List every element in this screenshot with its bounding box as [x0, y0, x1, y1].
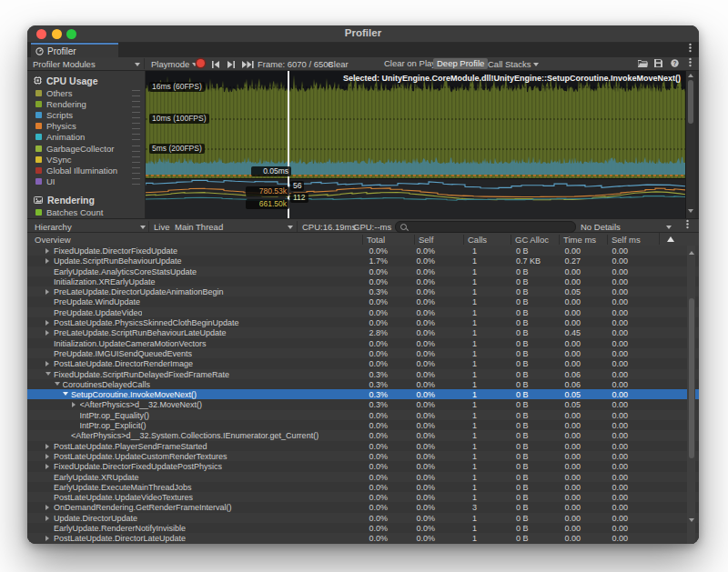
expand-arrow-icon[interactable]: [46, 320, 49, 326]
toolbar-kebab-menu-icon[interactable]: [689, 61, 692, 64]
table-row[interactable]: PreLateUpdate.ScriptRunBehaviourLateUpda…: [27, 327, 699, 337]
column-self[interactable]: Self: [414, 235, 464, 245]
profiler-modules-dropdown[interactable]: Profiler Modules: [33, 59, 96, 69]
record-button[interactable]: [197, 59, 205, 67]
rendering-chart[interactable]: [146, 178, 685, 218]
table-row[interactable]: CoroutinesDelayedCalls0.3%0.0%10 B0.060.…: [27, 379, 699, 389]
clear-on-play-toggle[interactable]: Clear on Play: [380, 58, 440, 69]
hierarchy-kebab-menu-icon[interactable]: [686, 223, 689, 226]
live-toggle[interactable]: Live: [154, 222, 169, 232]
table-row[interactable]: IntPtr.op_Explicit()0.0%0.0%10 B0.000.00: [27, 420, 699, 430]
table-row[interactable]: PostLateUpdate.DirectorLateUpdate0.0%0.0…: [27, 533, 699, 543]
chart-scrollbar[interactable]: [685, 71, 695, 218]
table-row[interactable]: <AfterPhysics>d__32.System.Collections.I…: [27, 430, 699, 440]
chevron-down-icon[interactable]: [135, 59, 140, 69]
table-row[interactable]: PostLateUpdate.PhysicsSkinnedClothBeginU…: [27, 317, 699, 327]
scroll-down-icon[interactable]: [688, 209, 693, 213]
table-row[interactable]: FixedUpdate.DirectorFixedUpdate0.0%0.0%1…: [27, 246, 699, 256]
table-row[interactable]: IntPtr.op_Equality()0.0%0.0%10 B0.000.00: [27, 410, 699, 420]
table-row[interactable]: PostLateUpdate.PlayerSendFrameStarted0.0…: [27, 441, 699, 451]
table-row[interactable]: Update.ScriptRunBehaviourUpdate1.7%0.0%1…: [27, 256, 699, 266]
legend-item-others[interactable]: Others: [27, 87, 145, 98]
table-row[interactable]: PostLateUpdate.UpdateVideoTextures0.0%0.…: [27, 492, 699, 502]
table-row[interactable]: PreLateUpdate.DirectorUpdateAnimationBeg…: [27, 286, 699, 296]
details-dropdown[interactable]: No Details: [581, 222, 621, 232]
clear-button[interactable]: Clear: [328, 59, 349, 69]
table-row[interactable]: PostLateUpdate.UpdateCustomRenderTexture…: [27, 451, 699, 461]
save-profile-icon[interactable]: [654, 59, 662, 69]
column-gc-alloc[interactable]: GC Alloc: [511, 235, 560, 245]
view-mode-dropdown[interactable]: Hierarchy: [35, 222, 72, 232]
drag-handle-icon[interactable]: [132, 156, 140, 163]
expand-arrow-icon[interactable]: [46, 248, 49, 254]
legend-item-garbagecollector[interactable]: GarbageCollector: [27, 143, 145, 154]
legend-item-physics[interactable]: Physics: [27, 121, 145, 132]
next-frame-button[interactable]: [227, 60, 236, 70]
table-row[interactable]: SetupCoroutine.InvokeMoveNext()0.3%0.0%1…: [27, 389, 699, 399]
module-header-cpu-usage[interactable]: CPU Usage: [27, 74, 145, 87]
drag-handle-icon[interactable]: [132, 134, 140, 140]
expand-arrow-icon[interactable]: [72, 402, 76, 407]
table-row[interactable]: Update.DirectorUpdate0.0%0.0%10 B0.000.0…: [27, 513, 699, 523]
previous-frame-button[interactable]: [211, 60, 220, 70]
drag-handle-icon[interactable]: [132, 101, 140, 107]
table-row[interactable]: PreUpdate.WindUpdate0.0%0.0%10 B0.000.00: [27, 296, 699, 306]
deep-profile-toggle[interactable]: Deep Profile: [433, 58, 488, 69]
chart-region[interactable]: Selected: UnityEngine.CoreModule.dll!Uni…: [146, 71, 699, 218]
table-row[interactable]: PreUpdate.IMGUISendQueuedEvents0.0%0.0%1…: [27, 348, 699, 358]
call-stacks-dropdown[interactable]: Call Stacks: [488, 59, 539, 69]
scroll-down-icon[interactable]: [689, 518, 694, 522]
expand-arrow-icon[interactable]: [46, 258, 49, 264]
expand-arrow-icon[interactable]: [46, 516, 49, 521]
expand-arrow-icon[interactable]: [46, 330, 49, 336]
thread-dropdown[interactable]: Main Thread: [175, 222, 223, 232]
table-scrollbar-thumb[interactable]: [689, 298, 694, 458]
help-icon[interactable]: ?: [671, 59, 679, 69]
expand-arrow-icon[interactable]: [46, 454, 49, 459]
tab-profiler[interactable]: Profiler: [31, 43, 118, 57]
column-self-ms[interactable]: Self ms: [607, 235, 660, 245]
drag-handle-icon[interactable]: [132, 146, 140, 152]
search-box[interactable]: [395, 221, 576, 233]
table-row[interactable]: PostLateUpdate.DirectorRenderImage0.0%0.…: [27, 358, 699, 368]
chevron-down-icon[interactable]: [288, 222, 293, 232]
table-row[interactable]: OnDemandRendering.GetRenderFrameInterval…: [27, 502, 699, 512]
collapse-arrow-icon[interactable]: [55, 382, 60, 386]
table-row[interactable]: EarlyUpdate.ExecuteMainThreadJobs0.0%0.0…: [27, 482, 699, 492]
table-row[interactable]: <AfterPhysics>d__32.MoveNext()0.3%0.0%10…: [27, 399, 699, 409]
column-total[interactable]: Total: [362, 235, 415, 245]
chevron-down-icon[interactable]: [140, 222, 146, 232]
module-header-rendering[interactable]: Rendering: [27, 194, 145, 207]
table-scrollbar[interactable]: [687, 246, 695, 544]
legend-item-batches-count[interactable]: Batches Count: [27, 207, 145, 218]
column-calls[interactable]: Calls: [463, 235, 511, 245]
legend-item-scripts[interactable]: Scripts: [27, 109, 145, 120]
tabstrip-kebab-menu-icon[interactable]: [689, 46, 692, 49]
legend-item-vsync[interactable]: VSync: [27, 154, 145, 165]
cpu-usage-chart[interactable]: [146, 71, 685, 178]
column-overview[interactable]: Overview: [27, 235, 71, 245]
column-time-ms[interactable]: Time ms: [559, 235, 608, 245]
drag-handle-icon[interactable]: [132, 90, 140, 96]
drag-handle-icon[interactable]: [132, 178, 140, 185]
legend-item-ui[interactable]: UI: [27, 176, 145, 187]
table-row[interactable]: EarlyUpdate.XRUpdate0.0%0.0%10 B0.000.00: [27, 472, 699, 482]
chart-scrollbar-thumb[interactable]: [688, 80, 693, 124]
drag-handle-icon[interactable]: [132, 112, 140, 118]
table-row[interactable]: PreUpdate.UpdateVideo0.0%0.0%10 B0.000.0…: [27, 307, 699, 317]
expand-arrow-icon[interactable]: [46, 505, 49, 510]
table-row[interactable]: FixedUpdate.DirectorFixedUpdatePostPhysi…: [27, 461, 699, 471]
legend-item-rendering[interactable]: Rendering: [27, 98, 145, 109]
current-frame-button[interactable]: [242, 60, 254, 70]
legend-item-global-illumination[interactable]: Global Illumination: [27, 165, 145, 176]
collapse-arrow-icon[interactable]: [63, 392, 68, 396]
table-row[interactable]: EarlyUpdate.AnalyticsCoreStatsUpdate0.0%…: [27, 266, 699, 276]
expand-arrow-icon[interactable]: [46, 444, 49, 449]
scroll-up-icon[interactable]: [688, 74, 693, 77]
drag-handle-icon[interactable]: [132, 167, 140, 174]
collapse-arrow-icon[interactable]: [46, 372, 51, 376]
search-input[interactable]: [409, 222, 571, 232]
table-row[interactable]: EarlyUpdate.RendererNotifyInvisible0.0%0…: [27, 523, 699, 533]
table-row[interactable]: Initialization.UpdateCameraMotionVectors…: [27, 338, 699, 348]
load-profile-icon[interactable]: [638, 59, 648, 69]
